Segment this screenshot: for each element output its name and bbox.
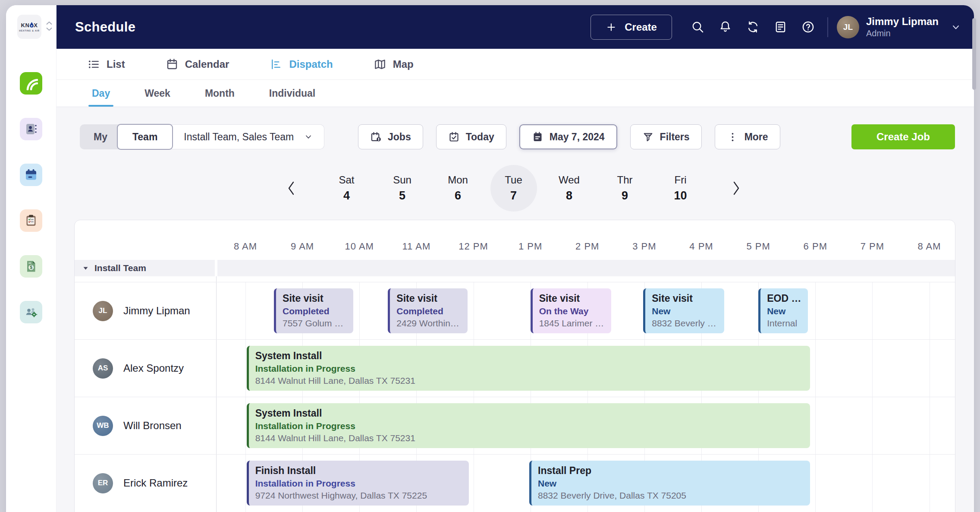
calendar-icon <box>166 58 179 71</box>
job-card[interactable]: Site visitCompleted2429 Worthingto… <box>388 288 468 333</box>
day-cell-thr[interactable]: Thr9 <box>597 162 653 214</box>
view-tabs: ListCalendarDispatchMap <box>56 49 974 80</box>
time-label: 8 AM <box>234 241 257 252</box>
technician-timeline: System InstallInstallation in Progress81… <box>216 397 955 454</box>
job-address: 7557 Golum Dri… <box>283 317 347 329</box>
profile-menu-toggle[interactable] <box>951 22 961 32</box>
sidebar-item-team[interactable] <box>20 301 42 323</box>
job-address: 8144 Walnut Hill Lane, Dallas TX 75231 <box>255 375 804 387</box>
help-button[interactable] <box>795 13 822 41</box>
bell-icon <box>719 20 732 34</box>
sync-button[interactable] <box>739 13 767 41</box>
user-info: Jimmy Lipman Admin <box>866 16 939 38</box>
time-label: 4 PM <box>689 241 713 252</box>
technician-timeline: System InstallInstallation in Progress81… <box>216 340 955 397</box>
top-bar-icons <box>684 13 822 41</box>
subtab-week[interactable]: Week <box>141 80 174 107</box>
technician-row: ASAlex SpontzySystem InstallInstallation… <box>75 339 955 397</box>
tab-label: Calendar <box>185 58 229 70</box>
day-cell-sun[interactable]: Sun5 <box>374 162 430 214</box>
avatar: AS <box>93 358 113 379</box>
toolbar-button-today[interactable]: Today <box>436 124 506 149</box>
chevron-down-icon <box>304 133 313 141</box>
page-title: Schedule <box>75 19 135 35</box>
job-title: Site visit <box>283 292 347 305</box>
next-day-arrow[interactable] <box>708 162 764 214</box>
sidebar-item-brand[interactable] <box>20 72 42 95</box>
avatar: JL <box>93 301 113 321</box>
toolbar-button-label: May 7, 2024 <box>550 131 605 143</box>
prev-day-arrow[interactable] <box>263 162 319 214</box>
search-button[interactable] <box>684 13 712 41</box>
subtab-day[interactable]: Day <box>88 80 113 107</box>
avatar[interactable]: JL <box>837 16 859 38</box>
day-cell-fri[interactable]: Fri10 <box>653 162 708 214</box>
job-card[interactable]: Site visitCompleted7557 Golum Dri… <box>274 288 353 333</box>
technician-cell: ERErick Ramirez <box>75 455 216 512</box>
user-role: Admin <box>866 28 939 38</box>
technician-cell: ASAlex Spontzy <box>75 340 216 397</box>
subtab-individual[interactable]: Individual <box>266 80 319 107</box>
toolbar-button-filters[interactable]: Filters <box>630 124 702 149</box>
job-title: Site visit <box>396 292 462 305</box>
time-label: 10 AM <box>345 241 374 252</box>
range-tabs: DayWeekMonthIndividual <box>56 80 974 107</box>
time-label: 2 PM <box>575 241 599 252</box>
subtab-month[interactable]: Month <box>201 80 238 107</box>
tab-dispatch[interactable]: Dispatch <box>270 58 333 71</box>
sidebar-item-invoice[interactable]: $ <box>20 255 42 278</box>
day-number: 9 <box>622 189 628 202</box>
job-card[interactable]: Install PrepNew8832 Beverly Drive, Dalla… <box>529 461 810 506</box>
toolbar-button-jobs[interactable]: Jobs <box>358 124 423 149</box>
job-card[interactable]: Site visitOn the Way1845 Larimer Ro… <box>531 288 612 333</box>
job-card[interactable]: Finish InstallInstallation in Progress97… <box>247 461 469 506</box>
more-icon <box>727 131 738 143</box>
technician-row: JLJimmy LipmanSite visitCompleted7557 Go… <box>75 282 955 339</box>
create-button[interactable]: Create <box>591 15 672 40</box>
avatar: ER <box>93 473 113 493</box>
job-status: New <box>652 305 718 317</box>
group-row-install-team[interactable]: Install Team <box>75 260 955 276</box>
org-switcher[interactable] <box>46 21 52 31</box>
divider <box>827 17 828 37</box>
job-card[interactable]: System InstallInstallation in Progress81… <box>247 403 810 448</box>
scrollbar-thumb[interactable] <box>972 18 976 90</box>
dispatch-icon <box>270 58 283 71</box>
create-job-button[interactable]: Create Job <box>851 124 955 149</box>
toolbar-button-label: Filters <box>660 131 690 143</box>
scope-team-button[interactable]: Team <box>117 124 173 150</box>
tab-list[interactable]: List <box>87 58 125 71</box>
group-row-gap <box>215 260 217 276</box>
sidebar-item-clipboard[interactable] <box>20 209 42 232</box>
technician-name: Will Bronsen <box>123 420 182 432</box>
team-select[interactable]: Install Team, Sales Team <box>171 124 324 149</box>
search-icon <box>691 20 704 34</box>
job-card[interactable]: Site visitNew8832 Beverly Dri… <box>643 288 724 333</box>
sidebar-item-contacts[interactable] <box>20 118 42 140</box>
day-name: Wed <box>559 174 580 186</box>
bell-button[interactable] <box>712 13 739 41</box>
tab-map[interactable]: Map <box>374 58 414 71</box>
job-title: Site visit <box>652 292 718 305</box>
job-card[interactable]: EOD R…NewInternal <box>758 288 808 333</box>
day-cell-sat[interactable]: Sat4 <box>319 162 374 214</box>
toolbar-button-more[interactable]: More <box>715 124 780 149</box>
technician-row: ERErick RamirezFinish InstallInstallatio… <box>75 454 955 512</box>
scope-my-button[interactable]: My <box>80 124 120 149</box>
job-card[interactable]: System InstallInstallation in Progress81… <box>247 346 810 391</box>
day-name: Sat <box>339 174 354 186</box>
day-cell-wed[interactable]: Wed8 <box>541 162 597 214</box>
notes-button[interactable] <box>767 13 795 41</box>
day-cell-tue[interactable]: Tue7 <box>486 162 541 214</box>
day-name: Mon <box>448 174 468 186</box>
job-title: Install Prep <box>538 464 804 477</box>
company-logo[interactable]: KNX HEATING & AIR <box>17 15 41 39</box>
job-status: Installation in Progress <box>255 420 804 432</box>
schedule-rows: JLJimmy LipmanSite visitCompleted7557 Go… <box>75 282 955 512</box>
time-label: 7 PM <box>861 241 884 252</box>
tab-calendar[interactable]: Calendar <box>166 58 229 71</box>
toolbar-button-may-7-2024[interactable]: May 7, 2024 <box>519 124 617 149</box>
day-cell-mon[interactable]: Mon6 <box>430 162 486 214</box>
sidebar-item-calendar[interactable] <box>20 164 42 186</box>
tab-label: Dispatch <box>289 58 333 70</box>
